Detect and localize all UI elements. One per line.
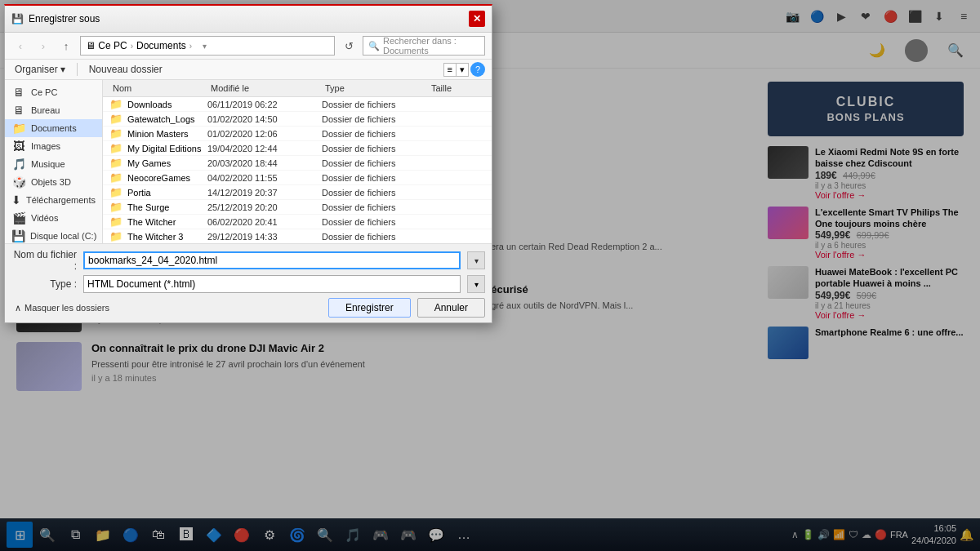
nav-musique[interactable]: 🎵 Musique xyxy=(5,155,102,173)
nav-images[interactable]: 🖼 Images xyxy=(5,137,102,155)
file-name: Portia xyxy=(127,188,151,198)
path-dropdown[interactable]: ▾ xyxy=(195,37,213,55)
file-name: Minion Masters xyxy=(127,129,189,139)
filetype-dropdown[interactable]: ▾ xyxy=(467,275,485,293)
view-dropdown-icon[interactable]: ▾ xyxy=(456,64,468,76)
filetype-row: Type : HTML Document (*.html) ▾ xyxy=(11,275,485,293)
nav-bureau[interactable]: 🖥 Bureau xyxy=(5,101,102,119)
filetype-display: HTML Document (*.html) xyxy=(83,275,461,293)
file-name: Downloads xyxy=(127,100,172,109)
nav-objets3d[interactable]: 🎲 Objets 3D xyxy=(5,173,102,191)
filelist-row[interactable]: 📁 Downloads 06/11/2019 06:22 Dossier de … xyxy=(103,97,492,112)
file-type: Dossier de fichiers xyxy=(322,129,428,139)
file-date: 06/11/2019 06:22 xyxy=(207,100,322,109)
col-nom[interactable]: Nom xyxy=(109,82,207,95)
folder-icon: 📁 xyxy=(109,127,122,140)
folder-icon: 📁 xyxy=(109,186,122,198)
dialog-address-bar: ‹ › ↑ 🖥 Ce PC › Documents › ▾ ↺ 🔍 Recher… xyxy=(5,33,492,60)
file-date: 01/02/2020 12:06 xyxy=(207,129,322,139)
file-date: 29/12/2019 14:33 xyxy=(207,232,322,242)
videos-label: Vidéos xyxy=(31,213,58,223)
file-name: The Surge xyxy=(127,202,169,212)
nav-videos[interactable]: 🎬 Vidéos xyxy=(5,209,102,227)
filelist-row[interactable]: 📁 Portia 14/12/2019 20:37 Dossier de fic… xyxy=(103,185,492,200)
search-icon-dialog: 🔍 xyxy=(368,41,380,51)
file-name: My Games xyxy=(127,158,171,168)
images-label: Images xyxy=(31,141,60,151)
file-name: NeocoreGames xyxy=(127,173,190,183)
filelist-row[interactable]: 📁 Minion Masters 01/02/2020 12:06 Dossie… xyxy=(103,127,492,141)
dialog-bottom-row: ∧ Masquer les dossiers Enregistrer Annul… xyxy=(11,298,485,318)
ce-pc-icon: 🖥 xyxy=(11,86,26,99)
organiser-label: Organiser xyxy=(15,64,58,75)
help-button[interactable]: ? xyxy=(470,62,485,77)
dialog-nav-panel: 🖥 Ce PC 🖥 Bureau 📁 Documents 🖼 Images 🎵 xyxy=(5,80,103,243)
bureau-icon: 🖥 xyxy=(11,104,26,117)
view-toggle[interactable]: ≡ ▾ xyxy=(443,63,469,77)
path-documents[interactable]: Documents xyxy=(136,40,186,51)
folder-icon: 📁 xyxy=(109,201,122,213)
folder-icon: 📁 xyxy=(109,157,122,169)
dialog-file-list: Nom Modifié le Type Taille 📁 Downloads 0… xyxy=(103,80,492,243)
refresh-button[interactable]: ↺ xyxy=(340,37,358,55)
filelist-row[interactable]: 📁 The Witcher 06/02/2020 20:41 Dossier d… xyxy=(103,215,492,229)
path-ce-pc[interactable]: 🖥 Ce PC xyxy=(86,40,127,51)
col-type[interactable]: Type xyxy=(322,82,428,95)
search-box[interactable]: 🔍 Rechercher dans : Documents xyxy=(363,36,485,56)
musique-icon: 🎵 xyxy=(11,158,26,171)
objets3d-icon: 🎲 xyxy=(11,176,26,189)
documents-icon: 📁 xyxy=(11,122,26,135)
save-dialog: 💾 Enregistrer sous ✕ ‹ › ↑ 🖥 Ce PC › Doc… xyxy=(4,4,492,323)
file-type: Dossier de fichiers xyxy=(322,232,428,242)
back-button[interactable]: ‹ xyxy=(11,37,29,55)
dialog-toolbar: Organiser ▾ Nouveau dossier ≡ ▾ ? xyxy=(5,60,492,80)
dialog-titlebar: 💾 Enregistrer sous ✕ xyxy=(5,6,492,33)
nav-documents[interactable]: 📁 Documents xyxy=(5,119,102,137)
view-list-icon[interactable]: ≡ xyxy=(444,64,456,75)
nav-ce-pc[interactable]: 🖥 Ce PC xyxy=(5,83,102,101)
up-button[interactable]: ↑ xyxy=(57,37,75,55)
file-name: My Digital Editions xyxy=(127,144,201,153)
telechargements-label: Téléchargements xyxy=(26,195,96,205)
musique-label: Musique xyxy=(31,159,65,169)
filelist-row[interactable]: 📁 My Games 20/03/2020 18:44 Dossier de f… xyxy=(103,156,492,171)
file-type: Dossier de fichiers xyxy=(322,100,428,109)
dialog-close-button[interactable]: ✕ xyxy=(469,11,485,27)
filename-input[interactable] xyxy=(83,251,461,269)
file-date: 01/02/2020 14:50 xyxy=(207,114,322,124)
dialog-title: 💾 Enregistrer sous xyxy=(11,13,100,24)
dialog-overlay: 💾 Enregistrer sous ✕ ‹ › ↑ 🖥 Ce PC › Doc… xyxy=(0,0,980,551)
telechargements-icon: ⬇ xyxy=(11,193,21,207)
cancel-button[interactable]: Annuler xyxy=(417,298,485,318)
new-folder-button[interactable]: Nouveau dossier xyxy=(86,62,166,77)
path-separator-1: › xyxy=(131,42,133,51)
filelist-row[interactable]: 📁 NeocoreGames 04/02/2020 11:55 Dossier … xyxy=(103,171,492,185)
documents-label: Documents xyxy=(31,123,77,133)
dialog-title-icon: 💾 xyxy=(11,13,24,24)
col-modified[interactable]: Modifié le xyxy=(207,82,322,95)
file-date: 04/02/2020 11:55 xyxy=(207,173,322,183)
folder-icon: 📁 xyxy=(109,230,122,242)
chevron-up-icon: ∧ xyxy=(15,303,21,313)
file-date: 19/04/2020 12:44 xyxy=(207,144,322,153)
filelist-row[interactable]: 📁 Gatewatch_Logs 01/02/2020 14:50 Dossie… xyxy=(103,112,492,127)
filename-dropdown[interactable]: ▾ xyxy=(467,251,485,269)
filename-row: Nom du fichier : ▾ xyxy=(11,249,485,272)
folder-icon: 📁 xyxy=(109,113,122,125)
col-size[interactable]: Taille xyxy=(428,82,485,95)
nav-disk-c[interactable]: 💾 Disque local (C:) xyxy=(5,227,102,243)
file-date: 06/02/2020 20:41 xyxy=(207,217,322,227)
nav-telechargements[interactable]: ⬇ Téléchargements xyxy=(5,191,102,209)
filelist-row[interactable]: 📁 The Witcher 3 29/12/2019 14:33 Dossier… xyxy=(103,229,492,243)
organiser-button[interactable]: Organiser ▾ xyxy=(11,62,69,77)
file-type: Dossier de fichiers xyxy=(322,217,428,227)
file-name: The Witcher xyxy=(127,217,176,227)
filelist-row[interactable]: 📁 The Surge 25/12/2019 20:20 Dossier de … xyxy=(103,200,492,215)
folder-icon: 📁 xyxy=(109,98,122,110)
filelist-row[interactable]: 📁 My Digital Editions 19/04/2020 12:44 D… xyxy=(103,141,492,156)
hide-folders-button[interactable]: ∧ Masquer les dossiers xyxy=(11,301,113,315)
address-path[interactable]: 🖥 Ce PC › Documents › ▾ xyxy=(80,36,335,56)
forward-button[interactable]: › xyxy=(34,37,52,55)
save-button[interactable]: Enregistrer xyxy=(328,298,411,318)
file-type: Dossier de fichiers xyxy=(322,158,428,168)
